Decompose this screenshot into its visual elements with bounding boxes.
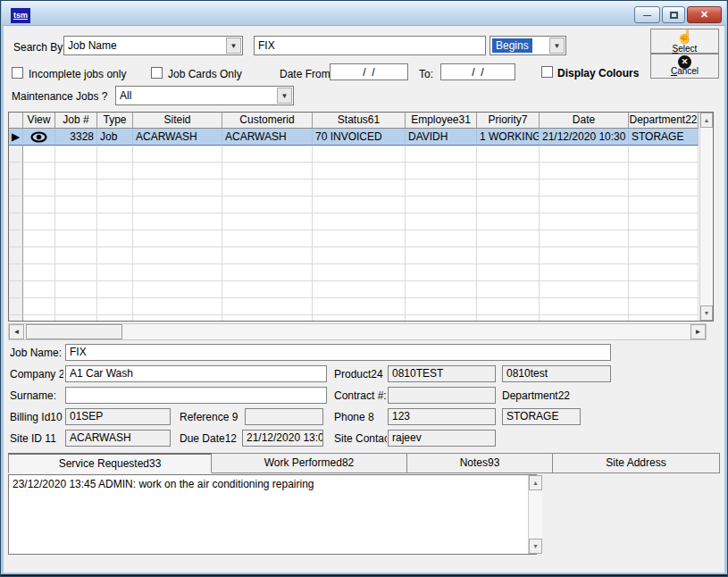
- chevron-down-icon[interactable]: ▼: [277, 88, 292, 104]
- tab-notes93[interactable]: Notes93: [407, 453, 553, 473]
- empty-cell: [55, 146, 97, 163]
- scroll-left-icon[interactable]: ◄: [9, 324, 24, 339]
- scroll-up-icon[interactable]: ▲: [529, 475, 542, 490]
- minimize-button[interactable]: —: [634, 6, 660, 23]
- empty-cell: [133, 230, 222, 247]
- service-requested-textarea[interactable]: 23/12/2020 13:45 ADMIN: work on the air …: [8, 474, 537, 555]
- due-date-field[interactable]: 21/12/2020 13:0: [242, 430, 323, 447]
- empty-cell: [222, 315, 313, 322]
- scroll-up-icon[interactable]: ▲: [700, 113, 713, 128]
- empty-table-row[interactable]: [9, 146, 699, 163]
- empty-cell: [313, 213, 406, 230]
- column-header-type[interactable]: Type: [97, 113, 133, 129]
- selected-job-row[interactable]: ▶3328JobACARWASHACARWASH70 INVOICEDDAVID…: [9, 129, 699, 146]
- empty-table-row[interactable]: [9, 315, 699, 322]
- column-header-employee31[interactable]: Employee31: [406, 113, 477, 129]
- table-horizontal-scrollbar[interactable]: ◄ ►: [8, 323, 707, 340]
- column-header-customerid[interactable]: Customerid: [222, 113, 313, 129]
- empty-table-row[interactable]: [9, 230, 699, 247]
- product-field-2[interactable]: 0810test: [502, 365, 611, 382]
- titlebar[interactable]: tsm — ✕: [2, 1, 726, 26]
- column-header-status61[interactable]: Status61: [313, 113, 406, 129]
- maximize-button[interactable]: [662, 6, 685, 23]
- tab-service-requested33[interactable]: Service Requested33: [8, 453, 212, 473]
- contract-label: Contract #:: [334, 389, 387, 402]
- empty-cell: [97, 180, 133, 197]
- empty-cell: [97, 197, 133, 213]
- empty-cell: [222, 213, 313, 230]
- column-header-selector[interactable]: [9, 113, 23, 129]
- empty-cell: [23, 146, 55, 163]
- department-field[interactable]: STORAGE: [502, 408, 581, 425]
- column-header-date[interactable]: Date: [540, 113, 629, 129]
- empty-table-row[interactable]: [9, 298, 699, 315]
- product-field-1[interactable]: 0810TEST: [388, 365, 496, 382]
- column-header-job-[interactable]: Job #: [55, 113, 97, 129]
- billing-id-label: Billing Id10: [10, 411, 63, 423]
- empty-cell: [477, 180, 540, 197]
- phone-field[interactable]: 123: [388, 408, 496, 425]
- incomplete-jobs-checkbox[interactable]: [12, 67, 23, 79]
- company-field[interactable]: A1 Car Wash: [65, 365, 327, 382]
- empty-cell: [55, 180, 97, 197]
- close-button[interactable]: ✕: [687, 6, 722, 23]
- empty-cell: [477, 281, 540, 298]
- column-header-priority7[interactable]: Priority7: [477, 113, 540, 129]
- maintenance-jobs-combo[interactable]: All ▼: [115, 86, 294, 105]
- empty-cell: [629, 163, 699, 180]
- tab-site-address[interactable]: Site Address: [553, 453, 720, 473]
- empty-table-row[interactable]: [9, 264, 699, 281]
- search-field-combo[interactable]: Job Name ▼: [63, 36, 243, 55]
- cancel-button[interactable]: ✕ Cancel: [650, 54, 719, 79]
- empty-cell: [133, 197, 222, 213]
- job-name-field[interactable]: FIX: [65, 344, 611, 361]
- surname-field[interactable]: [65, 387, 327, 404]
- empty-table-row[interactable]: [9, 163, 699, 180]
- empty-cell: [406, 213, 477, 230]
- chevron-down-icon[interactable]: ▼: [226, 38, 241, 54]
- match-mode-combo[interactable]: Begins ▼: [490, 36, 566, 55]
- horizontal-scroll-thumb[interactable]: [26, 324, 122, 339]
- scroll-down-icon[interactable]: ▼: [529, 539, 542, 554]
- scroll-down-icon[interactable]: ▼: [700, 305, 713, 321]
- empty-cell: [55, 315, 97, 322]
- date-to-input[interactable]: / /: [440, 63, 515, 80]
- empty-cell: [313, 247, 406, 264]
- tab-work-performed82[interactable]: Work Performed82: [212, 453, 407, 473]
- empty-table-row[interactable]: [9, 213, 699, 230]
- column-header-siteid[interactable]: Siteid: [133, 113, 222, 129]
- column-header-view[interactable]: View: [23, 113, 55, 129]
- site-id-field[interactable]: ACARWASH: [65, 430, 171, 447]
- search-query-input[interactable]: FIX: [254, 36, 486, 55]
- empty-cell: [477, 197, 540, 213]
- chevron-down-icon[interactable]: ▼: [549, 38, 565, 54]
- notes-vertical-scrollbar[interactable]: ▲ ▼: [528, 475, 542, 554]
- select-button[interactable]: ☝ Select: [650, 29, 719, 54]
- empty-cell: [133, 298, 222, 315]
- row-selector-cell: [9, 264, 23, 281]
- date-from-input[interactable]: / /: [330, 63, 408, 80]
- empty-table-row[interactable]: [9, 180, 699, 197]
- reference-field[interactable]: [245, 408, 323, 425]
- empty-cell: [406, 281, 477, 298]
- view-eye-icon[interactable]: [23, 129, 55, 146]
- job-cards-checkbox[interactable]: [151, 67, 163, 79]
- billing-id-field[interactable]: 01SEP: [65, 408, 171, 425]
- empty-table-row[interactable]: [9, 247, 699, 264]
- display-colours-checkbox[interactable]: [541, 66, 553, 78]
- empty-cell: [133, 281, 222, 298]
- table-vertical-scrollbar[interactable]: ▲ ▼: [699, 113, 713, 321]
- column-header-department22[interactable]: Department22: [629, 113, 699, 129]
- contract-field[interactable]: [388, 387, 496, 404]
- site-contact-field[interactable]: rajeev: [388, 430, 496, 447]
- site-id-label: Site ID 11: [10, 432, 56, 445]
- empty-table-row[interactable]: [9, 281, 699, 298]
- row-selector-cell: [9, 163, 23, 180]
- scroll-right-icon[interactable]: ►: [690, 324, 706, 339]
- match-mode-value: Begins: [492, 38, 532, 53]
- empty-table-row[interactable]: [9, 197, 699, 213]
- row-selector-arrow-icon[interactable]: ▶: [9, 129, 23, 146]
- empty-cell: [313, 264, 406, 281]
- empty-cell: [406, 163, 477, 180]
- empty-cell: [97, 163, 133, 180]
